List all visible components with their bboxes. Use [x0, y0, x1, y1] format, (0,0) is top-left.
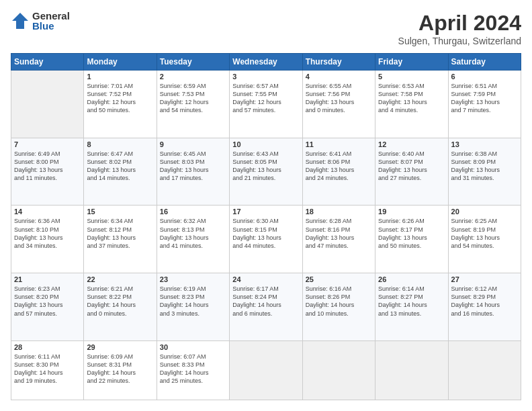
cell-info: Sunrise: 6:53 AM Sunset: 7:58 PM Dayligh…	[378, 82, 445, 115]
calendar-cell	[302, 340, 375, 400]
calendar-cell: 21Sunrise: 6:23 AM Sunset: 8:20 PM Dayli…	[11, 273, 84, 341]
calendar-cell: 1Sunrise: 7:01 AM Sunset: 7:52 PM Daylig…	[84, 71, 157, 138]
calendar-cell: 26Sunrise: 6:14 AM Sunset: 8:27 PM Dayli…	[375, 273, 448, 341]
cell-info: Sunrise: 6:21 AM Sunset: 8:22 PM Dayligh…	[87, 285, 153, 318]
cell-info: Sunrise: 6:45 AM Sunset: 8:03 PM Dayligh…	[160, 150, 226, 183]
cell-info: Sunrise: 6:41 AM Sunset: 8:06 PM Dayligh…	[306, 150, 372, 183]
calendar-cell: 10Sunrise: 6:43 AM Sunset: 8:05 PM Dayli…	[230, 138, 302, 205]
calendar-cell: 16Sunrise: 6:32 AM Sunset: 8:13 PM Dayli…	[157, 205, 229, 273]
cell-info: Sunrise: 6:59 AM Sunset: 7:53 PM Dayligh…	[160, 82, 226, 115]
cell-info: Sunrise: 6:49 AM Sunset: 8:00 PM Dayligh…	[14, 150, 81, 183]
day-number: 16	[160, 208, 226, 216]
calendar-cell: 5Sunrise: 6:53 AM Sunset: 7:58 PM Daylig…	[375, 71, 448, 138]
header: General Blue April 2024 Sulgen, Thurgau,…	[11, 11, 521, 46]
title-block: April 2024 Sulgen, Thurgau, Switzerland	[398, 11, 521, 46]
day-number: 13	[451, 140, 518, 148]
day-number: 14	[14, 208, 81, 216]
day-number: 30	[160, 343, 226, 351]
calendar-cell: 3Sunrise: 6:57 AM Sunset: 7:55 PM Daylig…	[230, 71, 302, 138]
day-number: 21	[14, 275, 81, 283]
calendar-cell: 9Sunrise: 6:45 AM Sunset: 8:03 PM Daylig…	[157, 138, 229, 205]
cell-info: Sunrise: 6:47 AM Sunset: 8:02 PM Dayligh…	[87, 150, 153, 183]
calendar-cell: 13Sunrise: 6:38 AM Sunset: 8:09 PM Dayli…	[448, 138, 521, 205]
calendar-cell: 18Sunrise: 6:28 AM Sunset: 8:16 PM Dayli…	[302, 205, 375, 273]
logo: General Blue	[11, 11, 70, 31]
day-number: 15	[87, 208, 153, 216]
calendar-day-header: Sunday	[11, 54, 84, 71]
cell-info: Sunrise: 6:32 AM Sunset: 8:13 PM Dayligh…	[160, 217, 226, 250]
cell-info: Sunrise: 6:26 AM Sunset: 8:17 PM Dayligh…	[378, 217, 445, 250]
month-title: April 2024	[398, 11, 521, 36]
day-number: 3	[232, 73, 299, 81]
day-number: 26	[378, 275, 445, 283]
day-number: 29	[87, 343, 153, 351]
day-number: 22	[87, 275, 153, 283]
calendar-cell: 11Sunrise: 6:41 AM Sunset: 8:06 PM Dayli…	[302, 138, 375, 205]
day-number: 11	[306, 140, 372, 148]
cell-info: Sunrise: 7:01 AM Sunset: 7:52 PM Dayligh…	[87, 82, 153, 115]
cell-info: Sunrise: 6:34 AM Sunset: 8:12 PM Dayligh…	[87, 217, 153, 250]
cell-info: Sunrise: 6:51 AM Sunset: 7:59 PM Dayligh…	[451, 82, 518, 115]
calendar-cell: 20Sunrise: 6:25 AM Sunset: 8:19 PM Dayli…	[448, 205, 521, 273]
cell-info: Sunrise: 6:11 AM Sunset: 8:30 PM Dayligh…	[14, 353, 81, 385]
cell-info: Sunrise: 6:55 AM Sunset: 7:56 PM Dayligh…	[306, 82, 372, 115]
cell-info: Sunrise: 6:19 AM Sunset: 8:23 PM Dayligh…	[160, 285, 226, 318]
day-number: 4	[306, 73, 372, 81]
day-number: 23	[160, 275, 226, 283]
cell-info: Sunrise: 6:43 AM Sunset: 8:05 PM Dayligh…	[232, 150, 299, 183]
day-number: 27	[451, 275, 518, 283]
cell-info: Sunrise: 6:23 AM Sunset: 8:20 PM Dayligh…	[14, 285, 81, 318]
cell-info: Sunrise: 6:25 AM Sunset: 8:19 PM Dayligh…	[451, 217, 518, 250]
cell-info: Sunrise: 6:38 AM Sunset: 8:09 PM Dayligh…	[451, 150, 518, 183]
cell-info: Sunrise: 6:09 AM Sunset: 8:31 PM Dayligh…	[87, 353, 153, 385]
calendar-cell: 6Sunrise: 6:51 AM Sunset: 7:59 PM Daylig…	[448, 71, 521, 138]
logo-blue-text: Blue	[32, 21, 70, 31]
calendar-day-header: Saturday	[448, 54, 521, 71]
day-number: 25	[306, 275, 372, 283]
calendar-cell: 23Sunrise: 6:19 AM Sunset: 8:23 PM Dayli…	[157, 273, 229, 341]
day-number: 5	[378, 73, 445, 81]
calendar-day-header: Monday	[84, 54, 157, 71]
cell-info: Sunrise: 6:28 AM Sunset: 8:16 PM Dayligh…	[306, 217, 372, 250]
day-number: 20	[451, 208, 518, 216]
calendar-cell: 22Sunrise: 6:21 AM Sunset: 8:22 PM Dayli…	[84, 273, 157, 341]
calendar-cell: 30Sunrise: 6:07 AM Sunset: 8:33 PM Dayli…	[157, 340, 229, 400]
calendar-cell: 28Sunrise: 6:11 AM Sunset: 8:30 PM Dayli…	[11, 340, 84, 400]
calendar-day-header: Tuesday	[157, 54, 229, 71]
calendar-table: SundayMondayTuesdayWednesdayThursdayFrid…	[11, 53, 521, 400]
cell-info: Sunrise: 6:40 AM Sunset: 8:07 PM Dayligh…	[378, 150, 445, 183]
logo-icon	[11, 11, 30, 30]
calendar-cell	[448, 340, 521, 400]
logo-text: General Blue	[32, 11, 70, 31]
cell-info: Sunrise: 6:16 AM Sunset: 8:26 PM Dayligh…	[306, 285, 372, 318]
calendar-day-header: Wednesday	[230, 54, 302, 71]
cell-info: Sunrise: 6:17 AM Sunset: 8:24 PM Dayligh…	[232, 285, 299, 318]
calendar-cell: 27Sunrise: 6:12 AM Sunset: 8:29 PM Dayli…	[448, 273, 521, 341]
cell-info: Sunrise: 6:14 AM Sunset: 8:27 PM Dayligh…	[378, 285, 445, 318]
calendar-cell	[230, 340, 302, 400]
calendar-cell: 7Sunrise: 6:49 AM Sunset: 8:00 PM Daylig…	[11, 138, 84, 205]
day-number: 7	[14, 140, 81, 148]
calendar-cell: 8Sunrise: 6:47 AM Sunset: 8:02 PM Daylig…	[84, 138, 157, 205]
logo-general-text: General	[32, 11, 70, 21]
cell-info: Sunrise: 6:12 AM Sunset: 8:29 PM Dayligh…	[451, 285, 518, 318]
calendar-cell: 17Sunrise: 6:30 AM Sunset: 8:15 PM Dayli…	[230, 205, 302, 273]
page: General Blue April 2024 Sulgen, Thurgau,…	[0, 0, 532, 411]
day-number: 18	[306, 208, 372, 216]
calendar-cell: 12Sunrise: 6:40 AM Sunset: 8:07 PM Dayli…	[375, 138, 448, 205]
day-number: 24	[232, 275, 299, 283]
day-number: 12	[378, 140, 445, 148]
calendar-cell: 4Sunrise: 6:55 AM Sunset: 7:56 PM Daylig…	[302, 71, 375, 138]
cell-info: Sunrise: 6:57 AM Sunset: 7:55 PM Dayligh…	[232, 82, 299, 115]
day-number: 9	[160, 140, 226, 148]
location: Sulgen, Thurgau, Switzerland	[398, 36, 521, 46]
day-number: 2	[160, 73, 226, 81]
day-number: 1	[87, 73, 153, 81]
calendar-day-header: Thursday	[302, 54, 375, 71]
day-number: 17	[232, 208, 299, 216]
calendar-cell: 24Sunrise: 6:17 AM Sunset: 8:24 PM Dayli…	[230, 273, 302, 341]
cell-info: Sunrise: 6:30 AM Sunset: 8:15 PM Dayligh…	[232, 217, 299, 250]
calendar-cell: 29Sunrise: 6:09 AM Sunset: 8:31 PM Dayli…	[84, 340, 157, 400]
calendar-cell	[11, 71, 84, 138]
day-number: 19	[378, 208, 445, 216]
